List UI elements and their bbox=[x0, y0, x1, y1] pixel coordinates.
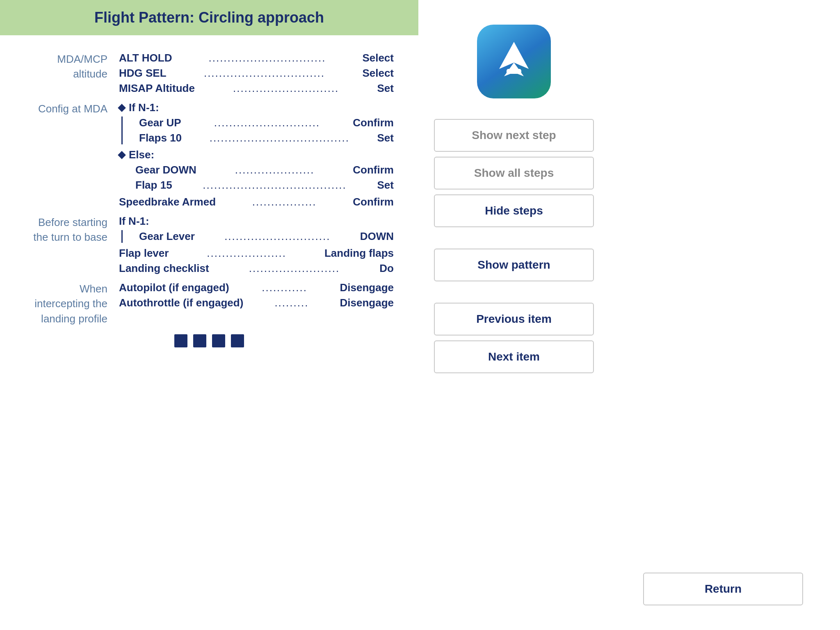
show-pattern-button[interactable]: Show pattern bbox=[434, 249, 594, 281]
main-layout: MDA/MCP altitude ALT HOLD ..............… bbox=[0, 35, 840, 364]
table-row: Landing checklist ......................… bbox=[119, 262, 394, 275]
page-title: Flight Pattern: Circling approach bbox=[16, 9, 402, 26]
page-dot-4 bbox=[231, 334, 244, 347]
if-block-turn: If N-1: Gear Lever .....................… bbox=[119, 215, 394, 243]
table-row: Gear DOWN ..................... Confirm bbox=[135, 164, 394, 176]
else-block: Else: Gear DOWN ..................... Co… bbox=[119, 148, 394, 192]
if-header: If N-1: bbox=[119, 101, 394, 114]
show-next-step-button[interactable]: Show next step bbox=[434, 119, 594, 152]
hide-steps-button[interactable]: Hide steps bbox=[434, 194, 594, 227]
section-steps-mda: ALT HOLD ...............................… bbox=[119, 52, 394, 97]
table-row: Flap 15 ................................… bbox=[135, 179, 394, 192]
app-icon bbox=[477, 25, 551, 98]
section-config-mda: Config at MDA If N-1: Gear UP ..........… bbox=[25, 101, 394, 211]
page-indicator bbox=[25, 334, 394, 347]
content-area: MDA/MCP altitude ALT HOLD ..............… bbox=[0, 35, 418, 364]
table-row: Autothrottle (if engaged) ......... Dise… bbox=[119, 297, 394, 309]
else-header: Else: bbox=[119, 148, 394, 161]
else-content: Gear DOWN ..................... Confirm … bbox=[119, 164, 394, 192]
table-row: HDG SEL ................................… bbox=[119, 67, 394, 80]
page-dot-2 bbox=[193, 334, 206, 347]
section-mda-altitude: MDA/MCP altitude ALT HOLD ..............… bbox=[25, 52, 394, 97]
previous-item-button[interactable]: Previous item bbox=[434, 303, 594, 336]
section-steps-config: If N-1: Gear UP ........................… bbox=[119, 101, 394, 211]
if-header-turn: If N-1: bbox=[119, 215, 394, 228]
table-row: Flaps 10 ...............................… bbox=[139, 132, 394, 144]
if-content: Gear UP ............................ Con… bbox=[121, 116, 394, 144]
table-row: MISAP Altitude .........................… bbox=[119, 82, 394, 95]
sidebar: Show next step Show all steps Hide steps… bbox=[426, 0, 602, 390]
show-all-steps-button[interactable]: Show all steps bbox=[434, 157, 594, 189]
section-label-intercept: When intercepting the landing profile bbox=[25, 281, 119, 326]
page-dot-3 bbox=[212, 334, 225, 347]
section-steps-turn: If N-1: Gear Lever .....................… bbox=[119, 215, 394, 277]
table-row: Speedbrake Armed ................. Confi… bbox=[119, 196, 394, 208]
table-row: Flap lever ..................... Landing… bbox=[119, 247, 394, 260]
table-row: Gear Lever ............................ … bbox=[139, 230, 394, 243]
table-row: Autopilot (if engaged) ............ Dise… bbox=[119, 281, 394, 294]
return-button[interactable]: Return bbox=[643, 573, 803, 605]
table-row: ALT HOLD ...............................… bbox=[119, 52, 394, 64]
next-item-button[interactable]: Next item bbox=[434, 340, 594, 373]
section-label-mda: MDA/MCP altitude bbox=[25, 52, 119, 82]
section-before-turn: Before starting the turn to base If N-1:… bbox=[25, 215, 394, 277]
if-block-n1: If N-1: Gear UP ........................… bbox=[119, 101, 394, 144]
diamond-icon bbox=[118, 104, 126, 112]
airplane-icon bbox=[489, 37, 539, 86]
table-row: Gear UP ............................ Con… bbox=[139, 116, 394, 129]
section-intercepting: When intercepting the landing profile Au… bbox=[25, 281, 394, 326]
header-bar: Flight Pattern: Circling approach bbox=[0, 0, 418, 35]
page-dot-1 bbox=[174, 334, 187, 347]
diamond-icon-else bbox=[118, 151, 126, 159]
section-label-turn: Before starting the turn to base bbox=[25, 215, 119, 245]
section-steps-intercept: Autopilot (if engaged) ............ Dise… bbox=[119, 281, 394, 312]
if-content-turn: Gear Lever ............................ … bbox=[121, 230, 394, 243]
section-label-config: Config at MDA bbox=[25, 101, 119, 116]
